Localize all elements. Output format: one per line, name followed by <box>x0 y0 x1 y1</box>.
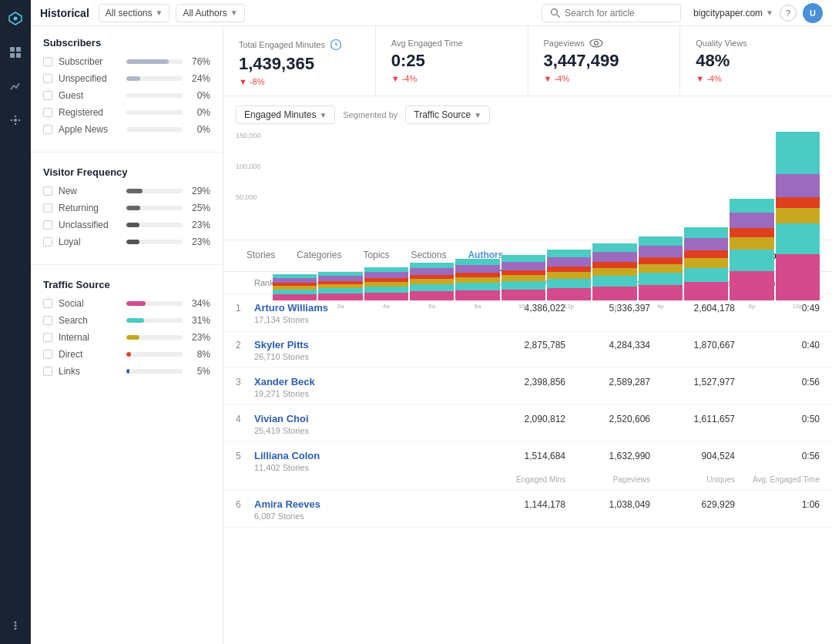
sidebar: Subscribers Subscriber 76% Unspecified 2… <box>31 26 223 644</box>
list-item: Unclassified 23% <box>43 220 210 230</box>
pageviews-value: 2,589,287 <box>565 377 650 387</box>
nav-icon-2[interactable] <box>6 77 25 96</box>
author-name[interactable]: Amira Reeves <box>254 498 458 510</box>
bar-wrap <box>126 93 183 98</box>
x-axis-label: 2a <box>337 303 344 310</box>
bar-segment <box>684 250 728 258</box>
checkbox[interactable] <box>43 220 52 230</box>
nav-icon-3[interactable] <box>6 111 25 129</box>
svg-point-13 <box>15 628 17 630</box>
metric-value-1: 1,439,365 <box>239 54 360 74</box>
bar-segment <box>502 262 545 270</box>
checkbox[interactable] <box>43 237 52 247</box>
checkbox[interactable] <box>43 186 52 196</box>
top-nav: Historical All sections ▼ All Authors ▼ … <box>31 0 832 26</box>
bar-segment <box>410 263 454 268</box>
engaged-value: 1,144,178 <box>458 499 565 510</box>
bar-segment <box>502 290 545 300</box>
search-bar[interactable] <box>542 4 681 22</box>
bar-segment <box>730 199 773 213</box>
stories-count: 19,271 Stories <box>254 389 820 398</box>
chart-section: Engaged Minutes ▼ Segmented by Traffic S… <box>223 96 832 240</box>
chart-bars: 12a2a4a6a8a10a12p2p4p6p8p10p <box>273 132 820 310</box>
bar <box>126 301 146 306</box>
bar-segment <box>776 208 820 223</box>
author-name[interactable]: Xander Beck <box>254 376 458 387</box>
nav-icon-1[interactable] <box>6 43 25 62</box>
bar-segment <box>776 132 820 174</box>
bar-segment <box>547 272 591 279</box>
bar-segment <box>547 288 591 300</box>
metric-delta-4: ▼ -4% <box>696 74 817 83</box>
svg-point-7 <box>15 116 16 117</box>
stories-count: 17,134 Stories <box>254 315 820 324</box>
row-rank: 4 <box>236 414 254 424</box>
sections-dropdown[interactable]: All sections ▼ <box>99 4 170 22</box>
bar-wrap <box>126 110 183 115</box>
bar-segment <box>639 264 683 273</box>
author-name[interactable]: Vivian Choi <box>254 413 458 424</box>
search-input[interactable] <box>565 8 673 18</box>
authors-dropdown[interactable]: All Authors ▼ <box>176 4 244 22</box>
logo-icon[interactable] <box>6 9 25 28</box>
author-name[interactable]: Skyler Pitts <box>254 339 458 351</box>
site-name: bigcitypaper.com <box>693 8 763 18</box>
segment-dropdown[interactable]: Traffic Source ▼ <box>405 106 490 124</box>
visitor-title: Visitor Frequency <box>43 166 210 178</box>
site-selector[interactable]: bigcitypaper.com ▼ <box>693 8 773 18</box>
svg-rect-4 <box>10 53 15 58</box>
checkbox[interactable] <box>43 91 52 100</box>
y-axis-labels: 150,000 100,000 50,000 <box>236 132 261 224</box>
checkbox[interactable] <box>43 57 52 66</box>
bar-segment <box>273 294 317 300</box>
bar <box>126 76 140 81</box>
x-axis-label: 8p <box>748 303 755 310</box>
list-item: Internal 23% <box>43 332 210 343</box>
bar-segment <box>455 259 499 265</box>
list-item: Loyal 23% <box>43 236 210 247</box>
checkbox[interactable] <box>43 333 52 342</box>
pageviews-value: 2,520,606 <box>565 414 650 424</box>
bar-segment <box>455 277 499 283</box>
bar-segment <box>592 252 636 262</box>
checkbox[interactable] <box>43 125 52 134</box>
bar-group: 6p <box>684 227 728 310</box>
bar-segment <box>364 287 408 293</box>
avatar[interactable]: U <box>803 3 823 23</box>
help-button[interactable]: ? <box>780 5 797 22</box>
bar-segment <box>730 213 773 228</box>
icon-rail <box>0 0 31 644</box>
nav-right: bigcitypaper.com ▼ ? U <box>693 3 823 23</box>
list-item: Direct 8% <box>43 349 210 360</box>
uniques-value: 1,870,667 <box>650 340 735 351</box>
checkbox[interactable] <box>43 316 52 325</box>
bar-segment <box>684 227 728 238</box>
author-name[interactable]: Lilliana Colon <box>254 450 458 461</box>
svg-point-18 <box>594 42 598 45</box>
avg-time-value: 0:40 <box>735 340 820 351</box>
checkbox[interactable] <box>43 299 52 308</box>
bar-segment <box>547 250 591 257</box>
bar-segment <box>364 293 408 300</box>
checkbox[interactable] <box>43 74 52 83</box>
checkbox[interactable] <box>43 367 52 376</box>
svg-point-11 <box>15 622 17 624</box>
checkbox[interactable] <box>43 350 52 359</box>
x-axis-label: 2p <box>612 303 619 310</box>
bar <box>126 352 131 357</box>
engaged-value: 1,514,684 <box>458 451 565 461</box>
bar-wrap <box>126 240 183 244</box>
checkbox[interactable] <box>43 203 52 213</box>
bar-group: 8p <box>730 199 773 310</box>
checkbox[interactable] <box>43 108 52 117</box>
bar <box>126 206 140 210</box>
list-item: Returning 25% <box>43 203 210 213</box>
bar-segment <box>639 273 683 285</box>
bar-wrap <box>126 76 183 81</box>
bar-segment <box>410 268 454 275</box>
metric-dropdown[interactable]: Engaged Minutes ▼ <box>236 106 335 124</box>
nav-icon-more[interactable] <box>6 616 25 635</box>
traffic-section: Traffic Source Social 34% Search 31% Int… <box>31 268 223 391</box>
uniques-value: 629,929 <box>650 499 735 510</box>
bar-segment <box>684 238 728 250</box>
